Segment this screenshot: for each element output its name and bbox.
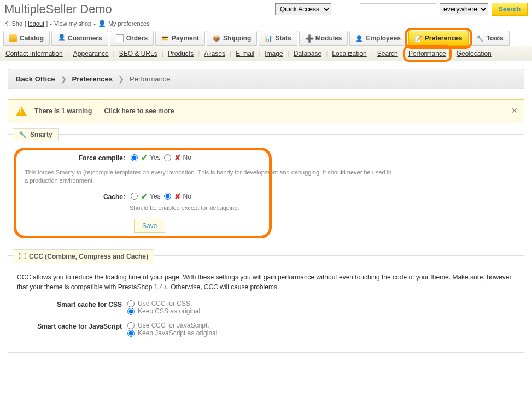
- ccc-fieldset: ⛶ CCC (Combine, Compress and Cache) CCC …: [8, 255, 524, 353]
- user-info-line: K. Sho [ logout ] - View my shop - 👤 My …: [0, 19, 532, 31]
- tab-preferences[interactable]: Preferences: [408, 31, 469, 46]
- cross-icon: ✘: [174, 153, 181, 162]
- check-icon: ✔: [141, 153, 148, 162]
- logout-link[interactable]: logout: [28, 20, 44, 27]
- stats-icon: [265, 34, 272, 42]
- tab-orders[interactable]: Orders: [110, 31, 154, 46]
- subtab-seo[interactable]: SEO & URLs: [119, 50, 157, 57]
- cache-yes-radio[interactable]: [131, 193, 138, 200]
- main-tabs: Catalog Customers Orders Payment Shippin…: [0, 31, 532, 46]
- app-title: MultipleSeller Demo: [4, 2, 112, 16]
- smarty-fieldset: Smarty Force compile: ✔ Yes ✘ No: [8, 134, 524, 244]
- tab-stats[interactable]: Stats: [259, 31, 297, 46]
- employees-icon: [355, 34, 363, 42]
- tab-tools[interactable]: Tools: [470, 31, 510, 46]
- ccc-js-keep-radio[interactable]: [127, 330, 135, 337]
- cross-icon: ✘: [174, 192, 181, 201]
- payment-icon: [161, 34, 169, 42]
- orders-icon: [116, 34, 124, 42]
- subtab-products[interactable]: Products: [168, 50, 194, 57]
- ccc-css-label: Smart cache for CSS: [17, 300, 126, 308]
- tab-shipping[interactable]: Shipping: [207, 31, 257, 46]
- subtab-localization[interactable]: Localization: [332, 50, 366, 57]
- warning-more-link[interactable]: Click here to see more: [104, 107, 174, 115]
- tab-modules[interactable]: Modules: [299, 31, 348, 46]
- header-search-input[interactable]: [360, 3, 436, 15]
- compress-icon: ⛶: [19, 252, 26, 260]
- breadcrumb: Back Office ❯ Preferences ❯ Performance: [8, 69, 524, 89]
- tab-catalog[interactable]: Catalog: [3, 31, 50, 46]
- close-icon[interactable]: ×: [511, 105, 517, 116]
- check-icon: ✔: [141, 192, 148, 201]
- force-compile-yes-radio[interactable]: [131, 154, 138, 161]
- subtab-aliases[interactable]: Aliases: [204, 50, 225, 57]
- ccc-css-keep-radio[interactable]: [127, 308, 135, 315]
- subtab-performance[interactable]: Performance: [408, 50, 446, 57]
- force-compile-desc: This forces Smarty to (re)compile templa…: [25, 168, 396, 185]
- customers-icon: [57, 34, 65, 42]
- ccc-css-use-radio[interactable]: [127, 300, 135, 307]
- search-scope-select[interactable]: everywhere: [440, 3, 488, 15]
- quick-access-select[interactable]: Quick Access: [275, 3, 331, 15]
- ccc-js-label: Smart cache for JavaScript: [17, 322, 126, 330]
- subtab-appearance[interactable]: Appearance: [73, 50, 109, 57]
- smarty-legend: Smarty: [13, 128, 59, 141]
- modules-icon: [305, 34, 313, 42]
- cache-no-radio[interactable]: [164, 193, 171, 200]
- subtab-search[interactable]: Search: [377, 50, 398, 57]
- ccc-intro: CCC allows you to reduce the loading tim…: [17, 272, 515, 292]
- tools-icon: [476, 34, 484, 42]
- subtab-contact[interactable]: Contact Information: [5, 50, 63, 57]
- sub-tabs: Contact Information| Appearance| SEO & U…: [0, 46, 532, 61]
- force-compile-label: Force compile:: [20, 153, 130, 162]
- tab-customers[interactable]: Customers: [51, 31, 108, 46]
- ccc-js-use-radio[interactable]: [127, 322, 135, 329]
- subtab-database[interactable]: Database: [294, 50, 321, 57]
- warning-icon: [16, 106, 27, 116]
- chevron-right-icon: ❯: [61, 75, 67, 83]
- preferences-icon: [414, 34, 422, 42]
- person-icon: 👤: [98, 20, 106, 27]
- ccc-legend: ⛶ CCC (Combine, Compress and Cache): [13, 249, 154, 263]
- save-button[interactable]: Save: [134, 219, 165, 233]
- catalog-icon: [9, 34, 17, 42]
- subtab-image[interactable]: Image: [265, 50, 283, 57]
- cache-label: Cache:: [20, 192, 130, 201]
- wrench-icon: [19, 131, 27, 138]
- subtab-geolocation[interactable]: Geolocation: [457, 50, 492, 57]
- shipping-icon: [213, 34, 220, 42]
- search-button[interactable]: Search: [492, 3, 528, 16]
- warning-bar: There is 1 warning Click here to see mor…: [8, 99, 524, 123]
- tab-employees[interactable]: Employees: [349, 31, 406, 46]
- tab-payment[interactable]: Payment: [155, 31, 205, 46]
- force-compile-no-radio[interactable]: [164, 154, 171, 161]
- chevron-right-icon: ❯: [118, 75, 124, 83]
- cache-desc: Should be enabled except for debugging.: [130, 204, 265, 212]
- subtab-email[interactable]: E-mail: [236, 50, 254, 57]
